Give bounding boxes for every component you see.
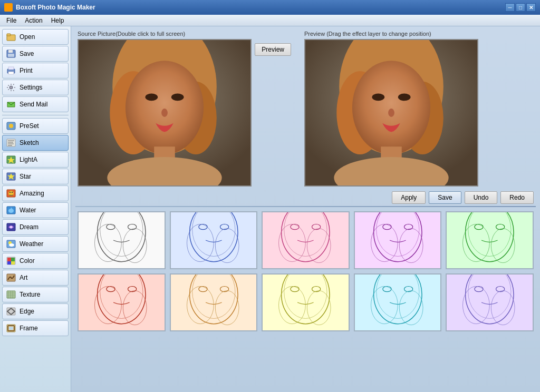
save-button[interactable]: Save [429, 191, 461, 204]
app-title: Boxoft Photo Magic Maker [16, 4, 95, 11]
preview-label: Preview (Drag the effect layer to change… [304, 31, 431, 37]
art-label: Art [20, 274, 27, 281]
texture-label: Texture [20, 291, 40, 298]
sidebar-btn-sendmail[interactable]: Send Mail [2, 96, 69, 112]
lighta-icon [6, 154, 16, 165]
source-image[interactable] [78, 39, 252, 187]
sidebar-btn-star[interactable]: Star [2, 169, 69, 184]
sketch-label: Sketch [20, 139, 39, 146]
redo-button[interactable]: Redo [500, 191, 534, 204]
thumbnail-green[interactable] [446, 211, 534, 269]
lighta-label: LightA [20, 156, 37, 163]
edge-label: Edge [20, 308, 34, 315]
amazing-label: Amazing [20, 190, 44, 197]
svg-rect-4 [8, 54, 14, 57]
thumbnail-bw[interactable] [78, 211, 166, 269]
dream-label: Dream [20, 223, 38, 231]
save-icon [6, 48, 16, 59]
thumbnail-magenta[interactable] [354, 211, 442, 269]
preview-button[interactable]: Preview [255, 43, 291, 56]
svg-point-69 [388, 109, 394, 117]
thumbnail-cyan[interactable] [354, 273, 442, 331]
svg-point-31 [9, 243, 14, 247]
svg-rect-79 [79, 212, 165, 268]
svg-point-24 [12, 192, 13, 193]
thumbnails-area [71, 207, 540, 392]
thumbnail-blue[interactable] [170, 211, 258, 269]
edge-icon [6, 306, 16, 317]
sidebar-btn-open[interactable]: Open [2, 29, 69, 45]
water-label: Water [20, 207, 36, 214]
app-icon [4, 3, 13, 12]
close-btn[interactable]: ✕ [526, 3, 536, 12]
menu-bar: File Action Help [0, 15, 540, 26]
color-label: Color [20, 257, 35, 264]
sidebar-btn-save[interactable]: Save [2, 46, 69, 62]
preview-panel: Preview (Drag the effect layer to change… [304, 31, 478, 187]
color-icon [6, 256, 16, 266]
texture-icon [6, 289, 16, 300]
svg-rect-34 [11, 258, 15, 261]
sidebar-divider [2, 115, 69, 115]
svg-rect-50 [9, 327, 13, 330]
sidebar-btn-sketch[interactable]: Sketch [2, 135, 69, 151]
window-controls: ─ □ ✕ [505, 3, 536, 12]
sidebar-btn-weather[interactable]: Weather [2, 236, 69, 252]
sidebar-btn-texture[interactable]: Texture [2, 287, 69, 302]
menu-action[interactable]: Action [21, 16, 46, 25]
thumbnails-grid [78, 211, 534, 331]
svg-rect-1 [7, 34, 11, 36]
svg-point-26 [8, 209, 14, 213]
svg-point-55 [126, 61, 204, 154]
minimize-btn[interactable]: ─ [505, 3, 515, 12]
sketch-icon [6, 138, 16, 148]
thumbnail-yellow[interactable] [262, 273, 350, 331]
menu-file[interactable]: File [2, 16, 21, 25]
sidebar-btn-settings[interactable]: Settings [2, 80, 69, 95]
apply-button[interactable]: Apply [392, 191, 426, 204]
thumbnail-lavender[interactable] [446, 273, 534, 331]
sendmail-label: Send Mail [20, 101, 47, 108]
undo-button[interactable]: Undo [465, 191, 498, 204]
sidebar: Open Save Print Settings Send Mail [0, 26, 71, 392]
sidebar-btn-dream[interactable]: Dream [2, 219, 69, 235]
frame-label: Frame [20, 325, 38, 332]
menu-help[interactable]: Help [47, 16, 69, 25]
thumbnail-pink[interactable] [262, 211, 350, 269]
svg-point-67 [372, 93, 384, 101]
art-icon [6, 272, 16, 283]
svg-point-66 [352, 61, 430, 154]
main-container: Open Save Print Settings Send Mail [0, 26, 540, 392]
sidebar-btn-color[interactable]: Color [2, 253, 69, 269]
sidebar-btn-amazing[interactable]: Amazing [2, 185, 69, 201]
dream-icon [6, 222, 16, 232]
sidebar-btn-edge[interactable]: Edge [2, 303, 69, 319]
image-panels-row: Source Picture(Double click to full scre… [71, 26, 540, 189]
preview-image[interactable] [304, 39, 478, 187]
star-label: Star [20, 173, 31, 180]
restore-btn[interactable]: □ [516, 3, 525, 12]
sidebar-btn-lighta[interactable]: LightA [2, 152, 69, 168]
sendmail-icon [6, 99, 16, 110]
sidebar-btn-art[interactable]: Art [2, 270, 69, 286]
sidebar-btn-print[interactable]: Print [2, 63, 69, 79]
weather-label: Weather [20, 240, 43, 248]
thumbnail-red[interactable] [78, 273, 166, 331]
source-panel: Source Picture(Double click to full scre… [78, 31, 252, 187]
weather-icon [6, 239, 16, 249]
sidebar-btn-water[interactable]: Water [2, 202, 69, 218]
svg-rect-3 [8, 50, 13, 53]
svg-point-58 [161, 109, 168, 117]
sidebar-btn-frame[interactable]: Frame [2, 320, 69, 336]
svg-point-57 [171, 93, 184, 101]
svg-rect-33 [7, 258, 11, 261]
title-bar: Boxoft Photo Magic Maker ─ □ ✕ [0, 0, 540, 15]
thumbnail-tan[interactable] [170, 273, 258, 331]
svg-rect-36 [11, 261, 15, 264]
svg-point-68 [398, 93, 411, 101]
preset-label: PreSet [20, 122, 39, 130]
sidebar-btn-preset[interactable]: PreSet [2, 118, 69, 134]
frame-icon [6, 323, 16, 334]
open-label: Open [20, 33, 35, 41]
water-icon [6, 205, 16, 215]
